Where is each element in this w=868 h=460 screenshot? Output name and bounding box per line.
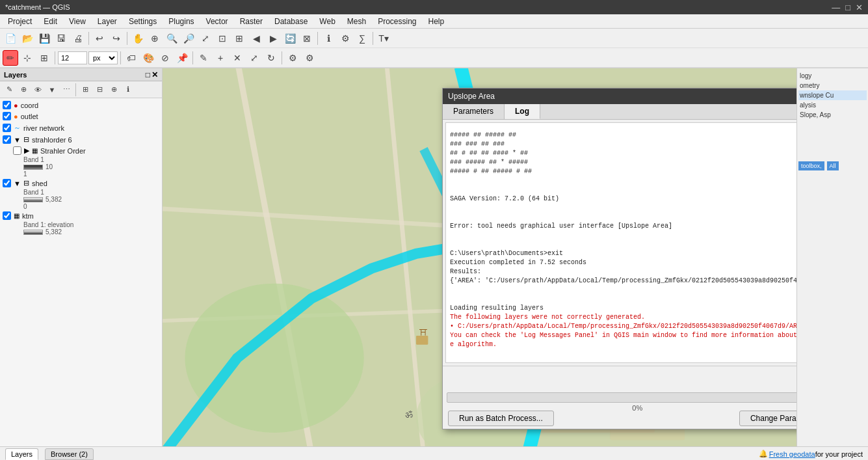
add-group-btn[interactable]: ⊕ xyxy=(107,83,120,96)
layer-item-shed[interactable]: ▼ ⊟ shed xyxy=(0,178,162,189)
layer-checkbox-river[interactable] xyxy=(3,124,11,132)
pan-btn[interactable]: ✋ xyxy=(130,31,146,46)
layer-options-btn[interactable]: ⋯ xyxy=(60,83,73,96)
close-btn[interactable]: ✕ xyxy=(856,3,863,12)
expand-shed-icon[interactable]: ▼ xyxy=(14,180,21,187)
right-item-wnslope[interactable]: wnslope Cu xyxy=(798,90,867,100)
fresh-geodata-link[interactable]: Fresh geodata xyxy=(769,450,815,458)
undo-btn[interactable]: ↩ xyxy=(92,31,107,46)
zoom-select-btn[interactable]: ⊞ xyxy=(231,31,247,46)
zoom-prev-btn[interactable]: ◀ xyxy=(248,31,264,46)
layer-item-strahler-order[interactable]: ▶ ▦ Strahler Order xyxy=(0,145,162,156)
rotate-btn[interactable]: ↻ xyxy=(263,50,279,66)
tab-log[interactable]: Log xyxy=(505,104,540,119)
zoom-layer-btn[interactable]: ⊡ xyxy=(215,31,230,46)
advanced-edit-btn[interactable]: ⚙ xyxy=(285,50,300,66)
log-area[interactable]: 331713.9071187619 -TARGET_PT_Y 3060557.6… xyxy=(445,122,796,363)
menu-web[interactable]: Web xyxy=(314,16,340,27)
layer-item-strahlorder[interactable]: ▼ ⊟ strahlorder 6 xyxy=(0,134,162,145)
map-area[interactable]: ✦ ⛩ ✿ ॐ F22 Bann... Upslope Area ✕ xyxy=(163,68,796,446)
zoom-in-btn[interactable]: 🔍 xyxy=(164,31,179,46)
menu-vector[interactable]: Vector xyxy=(201,16,233,27)
settings2-btn[interactable]: ⚙ xyxy=(302,50,317,66)
measure-btn[interactable]: ∑ xyxy=(354,31,370,46)
menu-database[interactable]: Database xyxy=(269,16,313,27)
right-item-slope[interactable]: Slope, Asp xyxy=(798,110,867,120)
all-btn[interactable]: All xyxy=(827,161,839,170)
layer-type-icon-strahler: ▦ xyxy=(32,147,38,154)
save-as-btn[interactable]: 🖫 xyxy=(53,31,69,46)
font-size-input[interactable] xyxy=(58,51,87,64)
zoom-out-btn[interactable]: 🔎 xyxy=(181,31,196,46)
menu-settings[interactable]: Settings xyxy=(124,16,162,27)
font-unit-select[interactable]: px pt mm xyxy=(88,51,118,64)
node-tool-btn[interactable]: ⊹ xyxy=(20,50,35,66)
panel-close-icon[interactable]: ✕ xyxy=(151,70,158,79)
style-btn[interactable]: 🎨 xyxy=(140,50,156,66)
edit-btn[interactable]: ✎ xyxy=(196,50,211,66)
open-layer-btn[interactable]: 👁 xyxy=(31,83,44,96)
text-annot-btn[interactable]: T▾ xyxy=(376,31,391,46)
expand-strahler-icon[interactable]: ▶ xyxy=(24,146,29,155)
open-project-btn[interactable]: 📂 xyxy=(20,31,35,46)
print-btn[interactable]: 🖨 xyxy=(70,31,86,46)
save-project-btn[interactable]: 💾 xyxy=(36,31,52,46)
menu-view[interactable]: View xyxy=(64,16,91,27)
tab-parameters[interactable]: Parameters xyxy=(443,104,505,119)
label-btn[interactable]: 🏷 xyxy=(124,50,139,66)
new-project-btn[interactable]: 📄 xyxy=(3,31,18,46)
identify-btn[interactable]: ℹ xyxy=(321,31,336,46)
layer-info-btn[interactable]: ℹ xyxy=(122,83,135,96)
menu-raster[interactable]: Raster xyxy=(235,16,268,27)
expand-strahlorder-icon[interactable]: ▼ xyxy=(14,136,21,144)
menu-help[interactable]: Help xyxy=(423,16,450,27)
layer-checkbox-strahlorder[interactable] xyxy=(3,135,11,144)
menu-project[interactable]: Project xyxy=(3,16,37,27)
refresh-btn[interactable]: 🔄 xyxy=(282,31,298,46)
pin-btn[interactable]: 📌 xyxy=(174,50,190,66)
tab-browser[interactable]: Browser (2) xyxy=(45,448,94,460)
vertex-btn[interactable]: ⊞ xyxy=(36,50,52,66)
right-item-logy[interactable]: logy xyxy=(798,71,867,81)
layer-checkbox-strahler-order[interactable] xyxy=(13,146,21,155)
filter-layer-btn[interactable]: ▼ xyxy=(46,83,59,96)
expand-all-btn[interactable]: ⊞ xyxy=(79,83,92,96)
add-layer-btn[interactable]: ✎ xyxy=(3,83,16,96)
del-feature-btn[interactable]: ✕ xyxy=(230,50,245,66)
collapse-all-btn[interactable]: ⊟ xyxy=(93,83,106,96)
layer-item-river[interactable]: ～ river network xyxy=(0,122,162,134)
zoom-native-btn[interactable]: ⊠ xyxy=(299,31,315,46)
layer-checkbox-ktm[interactable] xyxy=(3,211,11,220)
right-item-ometry[interactable]: ometry xyxy=(798,81,867,90)
remove-layer-btn[interactable]: ⊕ xyxy=(17,83,30,96)
move-label-btn[interactable]: ⊘ xyxy=(157,50,173,66)
zoom-next-btn[interactable]: ▶ xyxy=(265,31,281,46)
panel-icon-1[interactable]: □ xyxy=(146,70,150,79)
zoom-full-btn[interactable]: ⤢ xyxy=(198,31,213,46)
select-feature-btn[interactable]: ⚙ xyxy=(337,31,353,46)
minimize-btn[interactable]: — xyxy=(832,3,840,12)
layer-checkbox-shed[interactable] xyxy=(3,179,11,187)
maximize-btn[interactable]: □ xyxy=(845,3,850,12)
tab-layers[interactable]: Layers xyxy=(5,448,38,460)
menu-processing[interactable]: Processing xyxy=(373,16,421,27)
menu-edit[interactable]: Edit xyxy=(38,16,62,27)
layer-item-outlet[interactable]: ● outlet xyxy=(0,111,162,122)
toolbox-btn[interactable]: toolbox, xyxy=(798,161,824,170)
menu-mesh[interactable]: Mesh xyxy=(342,16,371,27)
menu-plugins[interactable]: Plugins xyxy=(163,16,199,27)
toolbar-row-1: 📄 📂 💾 🖫 🖨 ↩ ↪ ✋ ⊕ 🔍 🔎 ⤢ ⊡ ⊞ ◀ ▶ 🔄 ⊠ ℹ ⚙ … xyxy=(0,29,868,48)
layer-checkbox-outlet[interactable] xyxy=(3,112,11,120)
layer-item-ktm[interactable]: ▦ ktm xyxy=(0,210,162,221)
right-item-alysis[interactable]: alysis xyxy=(798,100,867,110)
layers-panel-title: Layers xyxy=(4,71,27,79)
add-point-btn[interactable]: + xyxy=(213,50,228,66)
legend-val-1: 1 xyxy=(23,170,27,178)
digitize-btn[interactable]: ✏ xyxy=(3,50,18,66)
layer-checkbox-coord[interactable] xyxy=(3,101,11,109)
redo-btn[interactable]: ↪ xyxy=(109,31,124,46)
menu-layer[interactable]: Layer xyxy=(92,16,122,27)
layer-item-coord[interactable]: ● coord xyxy=(0,100,162,111)
pan-map-btn[interactable]: ⊕ xyxy=(147,31,163,46)
move-feature-btn[interactable]: ⤢ xyxy=(246,50,262,66)
